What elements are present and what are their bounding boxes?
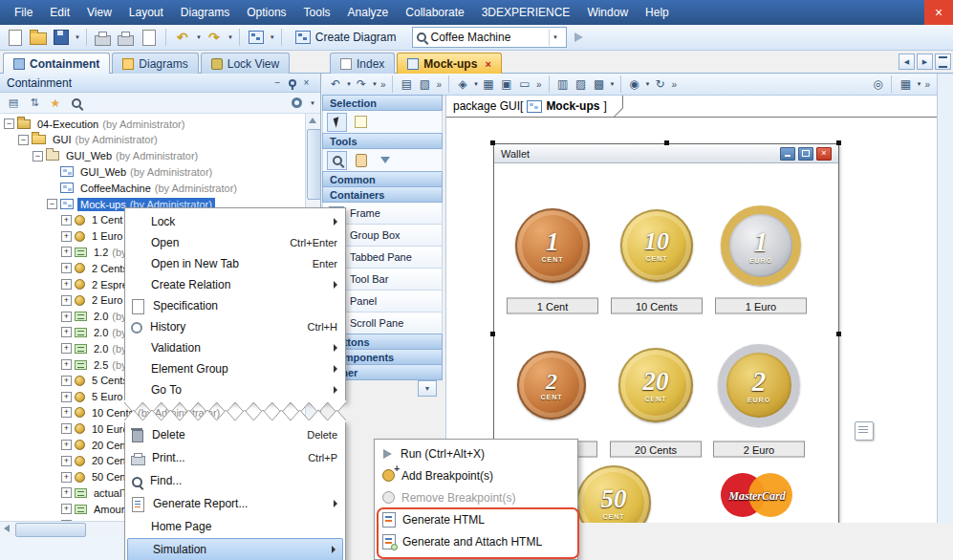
menu-analyze[interactable]: Analyze [339,0,398,25]
coin-1-cent[interactable]: 1CENT [515,208,590,283]
context-menu-item-open[interactable]: OpenCtrl+Enter [125,232,345,253]
structure-icon[interactable]: ▧ [416,75,433,93]
coin-20-cents[interactable]: 20CENT [618,348,693,422]
menu-3dexperience[interactable]: 3DEXPERIENCE [473,0,579,25]
panel-pin-button[interactable] [285,76,299,90]
expand-plus-icon[interactable]: + [61,343,72,354]
context-menu-item-lock[interactable]: Lock [125,211,345,232]
window-close-button[interactable]: × [924,0,953,25]
context-menu-item-find[interactable]: Find... [125,469,345,492]
undo-button[interactable]: ↶ [172,27,193,48]
create-diagram-button[interactable]: Create Diagram [288,29,404,46]
expand-plus-icon[interactable]: + [61,376,72,386]
dropdown-caret-icon[interactable]: ▼ [645,81,651,87]
image-icon[interactable]: ▣ [498,75,515,93]
search-icon[interactable]: ◎ [869,75,886,93]
submenu-item-run-ctrl-alt-x[interactable]: Run (Ctrl+Alt+X) [375,442,577,464]
table-icon[interactable]: ▦ [897,75,914,93]
coin-label-1-euro[interactable]: 1 Euro [715,298,807,314]
cursor-tool-button[interactable] [327,113,347,132]
submenu-item-add-breakpoint-s[interactable]: Add Breakpoint(s) [375,464,577,486]
context-menu-item-generate-report[interactable]: Generate Report... [125,492,345,515]
forward-icon[interactable]: ↷ [353,75,370,93]
overflow-chevron-icon[interactable]: » [379,79,388,90]
overflow-chevron-icon[interactable]: » [534,79,544,90]
expand-plus-icon[interactable]: + [61,407,72,418]
magnet-icon[interactable]: ◈ [454,75,471,93]
page-setup-button[interactable] [139,27,160,48]
selection-handle[interactable] [836,140,841,145]
find-button[interactable] [68,95,85,112]
context-menu-item-element-group[interactable]: Element Group [125,358,345,379]
panel-close-button[interactable]: × [299,76,314,90]
tab-containment[interactable]: Containment [3,53,110,74]
palette-section-common[interactable]: Common [322,171,443,187]
expand-plus-icon[interactable]: + [61,472,72,483]
print-preview-button[interactable] [116,27,137,48]
panel-options-button[interactable] [288,95,305,112]
back-icon[interactable]: ↶ [327,75,344,93]
wallet-minimize-button[interactable] [780,147,795,161]
coin-label-1-cent[interactable]: 1 Cent [507,298,598,314]
tree-item-04-execution[interactable]: −04-Execution(by Administrator) [0,116,305,132]
context-menu-item-specification[interactable]: Specification [125,295,345,316]
tab-scroll-right-button[interactable]: ▶ [917,54,933,70]
palette-more-button[interactable]: ▼ [418,380,437,397]
tree-item-gui[interactable]: −GUI(by Administrator) [0,132,305,148]
menu-view[interactable]: View [78,0,120,25]
refresh-icon[interactable]: ↻ [651,75,668,93]
selection-handle[interactable] [490,140,495,145]
coin-label-2-euro[interactable]: 2 Euro [713,442,805,458]
submenu-item-remove-breakpoint-s[interactable]: Remove Breakpoint(s) [375,486,577,508]
expand-plus-icon[interactable]: + [61,392,72,402]
panel-options-caret-icon[interactable]: ▼ [310,100,315,106]
submenu-item-generate-html[interactable]: Generate HTML [375,508,577,530]
selection-handle[interactable] [836,332,841,336]
palette-section-selection[interactable]: Selection [322,95,443,111]
expand-minus-icon[interactable]: − [32,151,43,162]
print-button[interactable] [93,27,114,48]
tree-item-gui-web[interactable]: −GUI_Web(by Administrator) [0,148,305,164]
containment-icon[interactable]: ▤ [398,75,415,93]
expand-plus-icon[interactable]: + [61,279,72,290]
tab-lock-view[interactable]: Lock View [201,53,290,74]
expand-plus-icon[interactable]: + [61,327,72,337]
expand-minus-icon[interactable]: − [47,199,57,209]
expand-plus-icon[interactable]: + [61,456,72,466]
overflow-chevron-icon[interactable]: » [434,79,444,90]
favorites-button[interactable]: ★ [47,95,64,112]
context-menu-item-print[interactable]: Print...Ctrl+P [125,446,345,469]
expand-plus-icon[interactable]: + [61,504,72,514]
wallet-title-bar[interactable]: Wallet × [494,144,838,163]
dropdown-caret-icon[interactable]: ▼ [916,81,921,87]
sticky-tool-button[interactable] [351,113,371,132]
hand-tool-button[interactable] [351,151,371,170]
dropdown-caret-icon[interactable]: ▼ [346,81,352,87]
menu-window[interactable]: Window [578,0,637,25]
tab-scroll-left-button[interactable]: ◀ [899,54,915,70]
scope-combobox[interactable]: Coffee Machine ▼ [412,27,567,48]
selection-handle[interactable] [664,140,669,145]
tab-diagrams[interactable]: Diagrams [112,53,198,74]
dropdown-caret-icon[interactable]: ▼ [473,81,479,87]
expand-plus-icon[interactable]: + [61,263,72,273]
context-menu-item-go-to[interactable]: Go To [125,379,345,400]
coin-10-cents[interactable]: 10CENT [620,209,693,282]
new-project-button[interactable] [5,27,26,48]
scroll-up-icon[interactable] [309,118,316,123]
doc-tab-index[interactable]: Index [330,53,395,74]
context-menu-item-simulation[interactable]: Simulation [127,538,343,560]
menu-help[interactable]: Help [637,0,678,25]
scope-dropdown-icon[interactable]: ▼ [549,29,562,46]
tab-list-button[interactable] [935,54,951,70]
doc-tab-mock-ups[interactable]: Mock-ups× [397,53,501,74]
expand-plus-icon[interactable]: + [61,487,72,498]
mastercard-logo[interactable]: MasterCard [719,467,795,523]
overflow-chevron-icon[interactable]: » [922,79,932,90]
collapse-button[interactable]: ▤ [5,95,22,112]
menu-file[interactable]: File [6,0,41,25]
expand-plus-icon[interactable]: + [61,423,72,434]
redo-caret-icon[interactable]: ▼ [227,34,233,40]
context-menu-item-home-page[interactable]: Home Page [125,515,345,538]
dropdown-caret-icon[interactable]: ▼ [372,81,378,87]
